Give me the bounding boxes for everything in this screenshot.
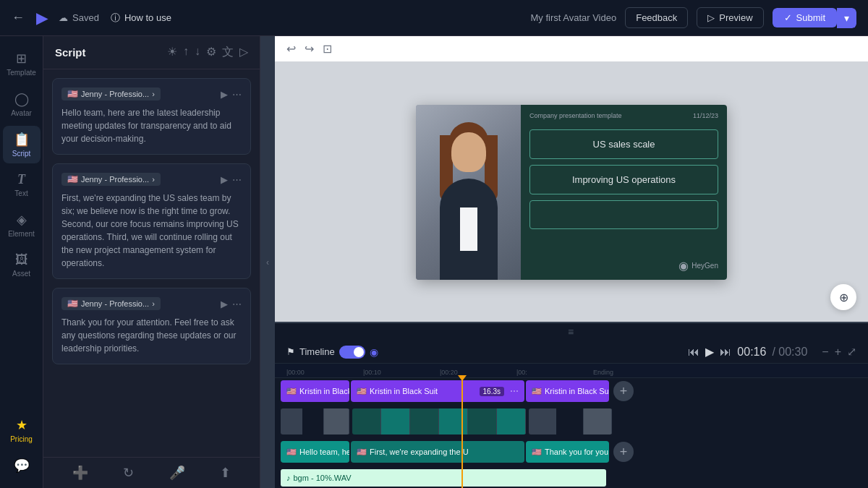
play-button[interactable]: ▶: [705, 345, 714, 359]
refresh-button[interactable]: ↻: [123, 465, 134, 481]
clip-2[interactable]: 🇺🇸 Kristin in Black Suit 16.3s ⋯: [351, 380, 524, 402]
voice-track: 🇺🇸 Hello team, her... 🇺🇸 First, we're ex…: [275, 439, 868, 465]
clip-1[interactable]: 🇺🇸 Kristin in Black S: [281, 380, 349, 402]
add-voice-button[interactable]: +: [613, 442, 634, 462]
preview-card-btn-3[interactable]: [529, 200, 718, 229]
feedback-button[interactable]: Feedback: [625, 7, 688, 28]
add-block-button[interactable]: ➕: [72, 465, 88, 481]
voice-clip-3[interactable]: 🇺🇸 Thank you for you...: [526, 441, 609, 463]
cloud-icon: ☁: [59, 12, 68, 23]
sun-icon[interactable]: ☀: [167, 45, 177, 60]
template-label: Company presentation template: [529, 112, 622, 119]
play-block-2-button[interactable]: ▶: [221, 174, 228, 185]
more-block-2-button[interactable]: ⋯: [232, 174, 242, 185]
avatar-badge-1[interactable]: 🇺🇸 Jenny - Professio... ›: [61, 87, 161, 100]
redo-button[interactable]: ↪: [305, 42, 314, 56]
submit-dropdown-button[interactable]: ▾: [837, 8, 856, 28]
preview-card-btn-2[interactable]: Improving US operations: [529, 165, 718, 194]
monitor-icon[interactable]: ⊡: [323, 42, 332, 56]
submit-button[interactable]: ✓ Submit: [773, 8, 837, 27]
timeline-controls: ⚑ Timeline ◉ ⏮ ▶ ⏭ 00:16 / 00:30: [275, 341, 868, 364]
script-icon: 📋: [14, 132, 30, 147]
voice-clip-1[interactable]: 🇺🇸 Hello team, her...: [281, 441, 349, 463]
slide-clip-2[interactable]: [352, 408, 526, 435]
slide-clip-3[interactable]: [529, 408, 612, 435]
heygen-avatar-icon: ◉: [678, 259, 689, 273]
zoom-out-button[interactable]: −: [822, 346, 828, 359]
music-clip-label: bgm - 10%.WAV: [294, 474, 352, 482]
undo-button[interactable]: ↩: [286, 42, 296, 56]
fullscreen-button[interactable]: ⤢: [847, 345, 856, 359]
checkmark-icon: ✓: [784, 12, 792, 23]
avatar-badge-2[interactable]: 🇺🇸 Jenny - Professio... ›: [61, 173, 161, 186]
skip-back-button[interactable]: ⏮: [688, 346, 699, 359]
add-clip-button[interactable]: +: [613, 381, 634, 401]
ruler-mark-3: |00:: [516, 369, 527, 376]
translate-icon[interactable]: 文: [222, 45, 234, 60]
sidebar-item-script[interactable]: 📋 Script: [3, 126, 41, 163]
element-icon: ◈: [17, 212, 27, 228]
expand-icon[interactable]: ▷: [239, 45, 248, 60]
avatar-name-3: Jenny - Professio...: [81, 299, 149, 308]
clip-1-label: Kristin in Black S: [299, 387, 349, 395]
sidebar-item-chat[interactable]: 💬: [3, 452, 41, 479]
sidebar-item-template[interactable]: ⊞ Template: [3, 45, 41, 82]
canvas-viewport: Company presentation template 11/12/23 U…: [275, 62, 868, 322]
timeline-toggle[interactable]: [339, 346, 365, 359]
play-block-3-button[interactable]: ▶: [221, 299, 228, 309]
video-title: My first Avatar Video: [530, 12, 616, 23]
timeline-area: ≡ ⚑ Timeline ◉ ⏮ ▶ ⏭ 00:16 / 0: [275, 322, 868, 488]
sidebar-item-text[interactable]: T Text: [3, 166, 41, 203]
more-block-1-button[interactable]: ⋯: [232, 89, 242, 100]
ruler-mark-1: |00:10: [363, 369, 381, 376]
mic-button[interactable]: 🎤: [169, 465, 185, 481]
play-block-1-button[interactable]: ▶: [221, 89, 228, 100]
zoom-button[interactable]: ⊕: [830, 284, 856, 310]
sidebar-item-avatar[interactable]: ◯ Avatar: [3, 85, 41, 123]
avatar-name-2: Jenny - Professio...: [81, 175, 149, 184]
music-clip[interactable]: ♪ bgm - 10%.WAV: [281, 469, 606, 487]
script-block-2: 🇺🇸 Jenny - Professio... › ▶ ⋯ First, we'…: [52, 163, 251, 279]
timeline-drag-handle[interactable]: ≡: [275, 323, 868, 341]
clip-2-more[interactable]: ⋯: [510, 386, 519, 396]
saved-indicator: ☁ Saved: [59, 12, 99, 23]
pricing-label: Pricing: [10, 435, 33, 443]
back-button[interactable]: ←: [12, 10, 25, 25]
current-time: 00:16: [737, 346, 766, 359]
avatar-badge-3[interactable]: 🇺🇸 Jenny - Professio... ›: [61, 297, 161, 310]
avatar-label: Avatar: [11, 109, 32, 117]
upload-button[interactable]: ⬆: [220, 465, 231, 481]
slide-clip-1[interactable]: [281, 408, 349, 435]
clip-3[interactable]: 🇺🇸 Kristin in Black Suit: [526, 380, 609, 402]
script-text-3: Thank you for your attention. Feel free …: [61, 316, 242, 355]
skip-forward-button[interactable]: ⏭: [720, 346, 731, 359]
settings-icon[interactable]: ⚙: [206, 45, 216, 60]
upload-icon[interactable]: ↑: [183, 45, 189, 60]
info-icon: ⓘ: [111, 12, 120, 25]
icon-sidebar: ⊞ Template ◯ Avatar 📋 Script T Text ◈ El…: [0, 36, 43, 488]
download-icon[interactable]: ↓: [195, 45, 200, 60]
script-block-1: 🇺🇸 Jenny - Professio... › ▶ ⋯ Hello team…: [52, 78, 251, 155]
preview-play-icon: ▷: [707, 12, 715, 23]
how-to-use-button[interactable]: ⓘ How to use: [111, 12, 171, 25]
sidebar-item-asset[interactable]: 🖼 Asset: [3, 247, 41, 283]
preview-card-btn-1[interactable]: US sales scale: [529, 129, 718, 159]
panel-collapse-button[interactable]: ‹: [260, 36, 275, 488]
sidebar-item-pricing[interactable]: ★ Pricing: [3, 411, 41, 449]
submit-label: Submit: [796, 12, 825, 23]
zoom-in-button[interactable]: +: [835, 346, 841, 359]
timeline-camera-icon: ◉: [370, 346, 378, 358]
timeline-flag-icon: ⚑: [286, 346, 295, 357]
avatar-track: 🇺🇸 Kristin in Black S 🇺🇸 Kristin in Blac…: [275, 378, 868, 404]
more-block-3-button[interactable]: ⋯: [232, 299, 242, 309]
ruler-mark-ending: Ending: [593, 369, 613, 376]
voice-clip-2[interactable]: 🇺🇸 First, we're expanding the U: [351, 441, 524, 463]
script-panel-title: Script: [55, 46, 86, 59]
sidebar-item-element[interactable]: ◈ Element: [3, 206, 41, 244]
script-footer: ➕ ↻ 🎤 ⬆: [43, 457, 260, 488]
script-block-3: 🇺🇸 Jenny - Professio... › ▶ ⋯ Thank you …: [52, 288, 251, 364]
heygen-logo: HeyGen: [692, 262, 718, 270]
text-icon: T: [17, 172, 25, 187]
preview-button[interactable]: ▷ Preview: [697, 7, 763, 28]
flag-icon-1: 🇺🇸: [67, 89, 78, 99]
